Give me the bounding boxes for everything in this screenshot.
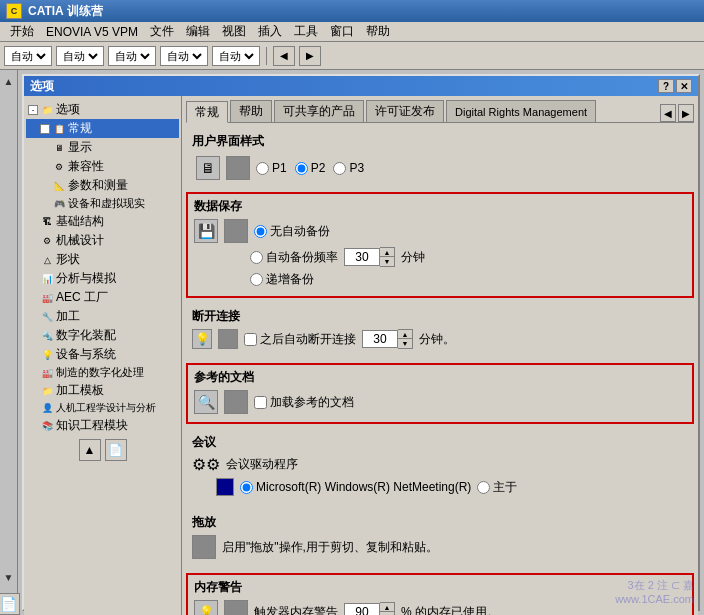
disconnect-icon: 💡: [192, 329, 212, 349]
radio-p1-label[interactable]: P1: [256, 161, 287, 175]
ref-docs-icon2: [224, 390, 248, 414]
dialog-help-btn[interactable]: ?: [658, 79, 674, 93]
tree-bottom-icon[interactable]: 📄: [105, 439, 127, 461]
freq-spin-btns: ▲ ▼: [380, 247, 395, 267]
no-auto-radio[interactable]: [254, 225, 267, 238]
disconnect-check-label[interactable]: 之后自动断开连接: [244, 331, 356, 348]
tree-item-machining[interactable]: 🔧 加工: [26, 307, 179, 326]
toolbar-combo-1[interactable]: 自动: [4, 46, 52, 66]
menu-window[interactable]: 窗口: [324, 22, 360, 41]
drag-desc: 启用"拖放"操作,用于剪切、复制和粘贴。: [222, 539, 438, 556]
no-auto-text: 无自动备份: [270, 223, 330, 240]
tree-item-general[interactable]: - 📋 常规: [26, 119, 179, 138]
shape-icon: △: [40, 253, 54, 267]
menu-view[interactable]: 视图: [216, 22, 252, 41]
disconnect-section: 断开连接 💡 之后自动断开连接 ▲: [186, 304, 694, 357]
tab-general[interactable]: 常规: [186, 101, 228, 123]
disconnect-input[interactable]: [362, 330, 398, 348]
tab-bar: 常规 帮助 可共享的产品 许可证发布 Digital Rights Manage…: [186, 100, 694, 123]
incremental-radio-label[interactable]: 递增备份: [250, 271, 314, 288]
menu-help[interactable]: 帮助: [360, 22, 396, 41]
toolbar-combo-2[interactable]: 自动: [56, 46, 104, 66]
incremental-text: 递增备份: [266, 271, 314, 288]
ms-radio-label[interactable]: Microsoft(R) Windows(R) NetMeeting(R): [240, 480, 471, 494]
menu-enovia[interactable]: ENOVIA V5 VPM: [40, 24, 144, 40]
auto-freq-radio-label[interactable]: 自动备份频率: [250, 249, 338, 266]
ms-radio[interactable]: [240, 481, 253, 494]
ui-style-radio-group: P1 P2 P3: [256, 161, 364, 175]
no-auto-radio-label[interactable]: 无自动备份: [254, 223, 330, 240]
menu-insert[interactable]: 插入: [252, 22, 288, 41]
radio-p2-label[interactable]: P2: [295, 161, 326, 175]
tree-item-equip[interactable]: 💡 设备与系统: [26, 345, 179, 364]
menu-start[interactable]: 开始: [4, 22, 40, 41]
tab-next-btn[interactable]: ▶: [678, 104, 694, 122]
freq-spin-down[interactable]: ▼: [380, 257, 394, 266]
freq-input[interactable]: [344, 248, 380, 266]
expand-options[interactable]: -: [28, 105, 38, 115]
load-ref-checkbox[interactable]: [254, 396, 267, 409]
tree-item-mfg[interactable]: 🏭 制造的数字化处理: [26, 364, 179, 381]
tab-shared-products[interactable]: 可共享的产品: [274, 100, 364, 122]
host-radio[interactable]: [477, 481, 490, 494]
toolbar-back-btn[interactable]: ◀: [273, 46, 295, 66]
mem-trigger-label: 触发器内存警告: [254, 604, 338, 616]
tree-item-devices[interactable]: 🎮 设备和虚拟现实: [26, 195, 179, 212]
mem-spin-up[interactable]: ▲: [380, 603, 394, 612]
tree-item-infra[interactable]: 🏗 基础结构: [26, 212, 179, 231]
tree-item-template[interactable]: 📁 加工模板: [26, 381, 179, 400]
tree-item-analysis[interactable]: 📊 分析与模拟: [26, 269, 179, 288]
toolbar-forward-btn[interactable]: ▶: [299, 46, 321, 66]
tree-item-shape[interactable]: △ 形状: [26, 250, 179, 269]
menu-bar: 开始 ENOVIA V5 VPM 文件 编辑 视图 插入 工具 窗口 帮助: [0, 22, 704, 42]
memory-warn-label: 内存警告: [194, 579, 686, 596]
tree-scroll-up-btn[interactable]: ▲: [79, 439, 101, 461]
radio-p1[interactable]: [256, 162, 269, 175]
tree-item-mech[interactable]: ⚙ 机械设计: [26, 231, 179, 250]
tree-item-options[interactable]: - 📁 选项: [26, 100, 179, 119]
host-radio-label[interactable]: 主于: [477, 479, 517, 496]
menu-edit[interactable]: 编辑: [180, 22, 216, 41]
disconnect-text: 之后自动断开连接: [260, 331, 356, 348]
tab-drm[interactable]: Digital Rights Management: [446, 100, 596, 122]
toolbar-combo-3[interactable]: 自动: [108, 46, 156, 66]
sidebar-scroll-down[interactable]: ▼: [2, 570, 16, 585]
tree-item-ergonomics[interactable]: 👤 人机工程学设计与分析: [26, 400, 179, 416]
tree-item-display[interactable]: 🖥 显示: [26, 138, 179, 157]
mem-icon: 💡: [194, 600, 218, 615]
auto-freq-radio[interactable]: [250, 251, 263, 264]
tree-item-aec[interactable]: 🏭 AEC 工厂: [26, 288, 179, 307]
dialog-close-btn[interactable]: ✕: [676, 79, 692, 93]
radio-p2[interactable]: [295, 162, 308, 175]
app-title: CATIA 训练营: [28, 3, 103, 20]
radio-p3[interactable]: [333, 162, 346, 175]
incremental-radio[interactable]: [250, 273, 263, 286]
tree-item-compat[interactable]: ⚙ 兼容性: [26, 157, 179, 176]
mem-input[interactable]: [344, 603, 380, 615]
disconnect-spin-down[interactable]: ▼: [398, 339, 412, 348]
tree-item-digital-asm[interactable]: 🔩 数字化装配: [26, 326, 179, 345]
sidebar-scroll-up[interactable]: ▲: [2, 74, 16, 89]
tab-help[interactable]: 帮助: [230, 100, 272, 122]
toolbar-combo-4[interactable]: 自动: [160, 46, 208, 66]
content-area: 用户界面样式 🖥 P1 P2: [186, 129, 694, 615]
tree-label-ergonomics: 人机工程学设计与分析: [56, 401, 156, 415]
memory-warn-row: 💡 触发器内存警告 ▲ ▼: [194, 600, 686, 615]
mech-icon: ⚙: [40, 234, 54, 248]
menu-tools[interactable]: 工具: [288, 22, 324, 41]
tab-prev-btn[interactable]: ◀: [660, 104, 676, 122]
disconnect-spin-up[interactable]: ▲: [398, 330, 412, 339]
load-ref-label[interactable]: 加载参考的文档: [254, 394, 354, 411]
tab-license[interactable]: 许可证发布: [366, 100, 444, 122]
menu-file[interactable]: 文件: [144, 22, 180, 41]
tree-item-knowledge[interactable]: 📚 知识工程模块: [26, 416, 179, 435]
disconnect-checkbox[interactable]: [244, 333, 257, 346]
sidebar-icon-btn[interactable]: 📄: [0, 593, 20, 615]
freq-spin-up[interactable]: ▲: [380, 248, 394, 257]
radio-p3-label[interactable]: P3: [333, 161, 364, 175]
tree-item-params[interactable]: 📐 参数和测量: [26, 176, 179, 195]
expand-general[interactable]: -: [40, 124, 50, 134]
freq-unit: 分钟: [401, 249, 425, 266]
disconnect-spinner: ▲ ▼: [362, 329, 413, 349]
toolbar-combo-5[interactable]: 自动: [212, 46, 260, 66]
